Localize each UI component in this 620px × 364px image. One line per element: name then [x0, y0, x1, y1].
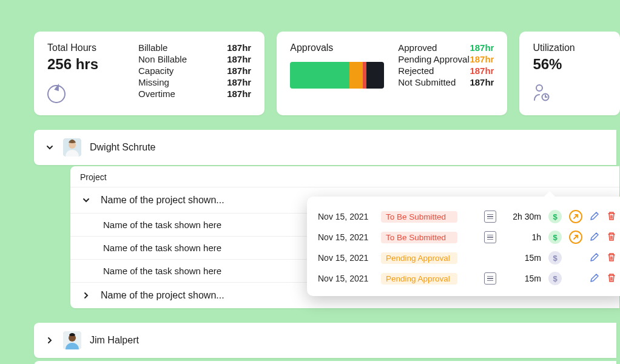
- entry-row: Nov 15, 2021To Be Submitted2h 30m$: [318, 206, 616, 227]
- avatar: [63, 331, 81, 349]
- card-total-hours: Total Hours 256 hrs Billable187hr Non Bi…: [34, 32, 265, 115]
- note-icon[interactable]: [484, 211, 496, 223]
- entry-status-badge: Pending Approval: [381, 273, 457, 285]
- approvals-breakdown: Approved187hr Pending Approval187hr Reje…: [398, 42, 494, 87]
- submit-arrow-icon[interactable]: [569, 210, 582, 223]
- kv-key: Billable: [138, 42, 167, 53]
- edit-icon[interactable]: [590, 273, 599, 285]
- kv-val: 187hr: [227, 66, 251, 76]
- delete-icon[interactable]: [607, 211, 616, 223]
- entries-popover: Nov 15, 2021To Be Submitted2h 30m$Nov 15…: [307, 197, 620, 296]
- kv-key: Non Billable: [138, 54, 187, 64]
- entry-time: 15m: [504, 274, 541, 283]
- kv-val: 187hr: [470, 42, 494, 53]
- note-icon[interactable]: [484, 272, 496, 285]
- total-hours-title: Total Hours: [47, 42, 138, 53]
- kv-key: Capacity: [138, 66, 174, 76]
- bar-approved: [290, 62, 349, 89]
- entry-time: 1h: [504, 232, 541, 242]
- user-row[interactable]: Jim Halpert: [34, 323, 616, 358]
- svg-point-0: [536, 85, 542, 91]
- kv-val: 187hr: [227, 77, 251, 87]
- kv-val: 187hr: [227, 89, 251, 99]
- entry-date: Nov 15, 2021: [318, 253, 374, 263]
- billable-icon[interactable]: $: [548, 231, 562, 244]
- chevron-right-icon[interactable]: [80, 291, 92, 300]
- edit-icon[interactable]: [590, 211, 599, 223]
- kv-val: 187hr: [227, 54, 251, 64]
- approvals-bar-chart: [290, 62, 384, 89]
- submit-arrow-icon[interactable]: [569, 231, 582, 244]
- user-row[interactable]: [34, 361, 616, 364]
- kv-val: 187hr: [470, 66, 494, 76]
- kv-key: Not Submitted: [398, 77, 456, 87]
- chevron-down-icon[interactable]: [45, 143, 55, 152]
- delete-icon[interactable]: [607, 252, 616, 264]
- billable-icon[interactable]: $: [548, 210, 562, 223]
- billable-icon[interactable]: $: [548, 251, 562, 265]
- entry-row: Nov 15, 2021Pending Approval15m$: [318, 268, 616, 289]
- edit-icon[interactable]: [590, 232, 599, 243]
- projects-header: Project: [70, 166, 619, 187]
- delete-icon[interactable]: [607, 273, 616, 285]
- kv-key: Missing: [138, 77, 169, 87]
- billable-icon[interactable]: $: [548, 272, 562, 285]
- projects-panel: Project Name of the project shown... Nam…: [70, 166, 619, 308]
- project-name: Name of the project shown...: [101, 195, 224, 206]
- clock-icon: [47, 85, 66, 103]
- approvals-title: Approvals: [290, 42, 398, 53]
- entry-row: Nov 15, 2021To Be Submitted1h$: [318, 227, 616, 248]
- bar-pending: [349, 62, 363, 89]
- kv-val: 187hr: [470, 54, 494, 64]
- kv-key: Rejected: [398, 66, 434, 76]
- total-hours-breakdown: Billable187hr Non Billable187hr Capacity…: [138, 42, 251, 99]
- user-name: Dwight Schrute: [90, 142, 156, 153]
- chevron-down-icon[interactable]: [80, 196, 92, 204]
- utilization-title: Utilization: [533, 42, 607, 53]
- chevron-right-icon[interactable]: [45, 336, 55, 345]
- user-clock-icon: [533, 84, 607, 104]
- note-icon[interactable]: [484, 231, 496, 243]
- kv-val: 187hr: [227, 42, 251, 53]
- user-name: Jim Halpert: [90, 335, 139, 346]
- avatar: [63, 138, 81, 157]
- delete-icon[interactable]: [607, 232, 616, 243]
- utilization-value: 56%: [533, 56, 607, 73]
- user-row[interactable]: Dwight Schrute: [34, 130, 616, 165]
- project-name: Name of the project shown...: [101, 290, 224, 301]
- entry-date: Nov 15, 2021: [318, 274, 374, 283]
- entry-status-badge: Pending Approval: [381, 252, 457, 264]
- kv-key: Approved: [398, 42, 437, 53]
- entry-status-badge: To Be Submitted: [381, 232, 457, 243]
- entry-date: Nov 15, 2021: [318, 212, 374, 221]
- bar-not-submitted: [366, 62, 384, 89]
- kv-key: Pending Approval: [398, 54, 470, 64]
- entry-status-badge: To Be Submitted: [381, 211, 457, 223]
- total-hours-value: 256 hrs: [47, 56, 138, 73]
- card-approvals: Approvals Approved187hr Pending Approval…: [277, 32, 507, 115]
- card-utilization: Utilization 56%: [519, 32, 620, 115]
- entry-date: Nov 15, 2021: [318, 232, 374, 242]
- entry-time: 2h 30m: [504, 212, 541, 221]
- kv-val: 187hr: [470, 77, 494, 87]
- entry-time: 15m: [504, 253, 541, 263]
- kv-key: Overtime: [138, 89, 175, 99]
- entry-row: Nov 15, 2021Pending Approval15m$: [318, 248, 616, 268]
- edit-icon[interactable]: [590, 252, 599, 264]
